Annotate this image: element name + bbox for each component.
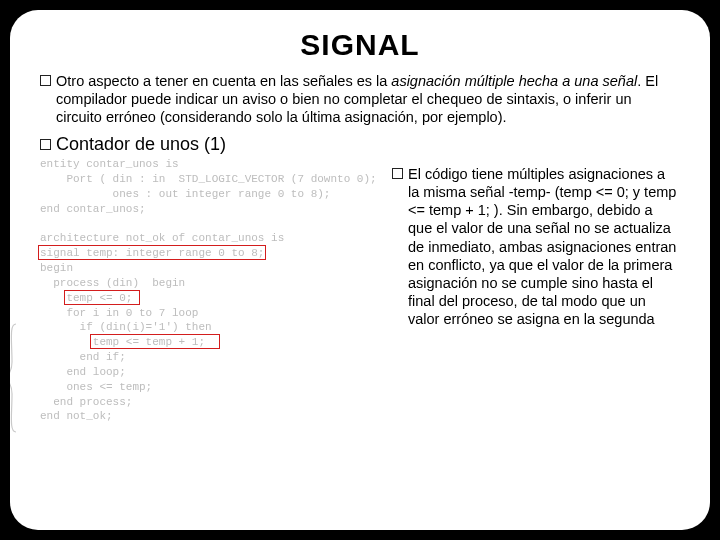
two-column-area: entity contar_unos is Port ( din : in ST…	[40, 157, 680, 424]
code-block: entity contar_unos is Port ( din : in ST…	[40, 157, 380, 424]
code-column: entity contar_unos is Port ( din : in ST…	[40, 157, 380, 424]
square-bullet-icon	[40, 75, 51, 86]
square-bullet-icon	[392, 168, 403, 179]
subheading: Contador de unos (1)	[56, 134, 226, 155]
para1-text-a: Otro aspecto a tener en cuenta en las se…	[56, 73, 391, 89]
right-paragraph: El código tiene múltiples asignaciones a…	[408, 165, 680, 328]
bullet-2: Contador de unos (1)	[40, 134, 680, 155]
slide-container: SIGNAL Otro aspecto a tener en cuenta en…	[10, 10, 710, 530]
para1-italic: asignación múltiple hecha a una señal	[391, 73, 637, 89]
paragraph-1: Otro aspecto a tener en cuenta en las se…	[56, 72, 680, 126]
right-column: El código tiene múltiples asignaciones a…	[392, 157, 680, 328]
curly-brace-icon	[10, 322, 18, 434]
square-bullet-icon	[40, 139, 51, 150]
brace-svg	[10, 322, 18, 434]
bullet-1: Otro aspecto a tener en cuenta en las se…	[40, 72, 680, 126]
slide-title: SIGNAL	[40, 28, 680, 62]
